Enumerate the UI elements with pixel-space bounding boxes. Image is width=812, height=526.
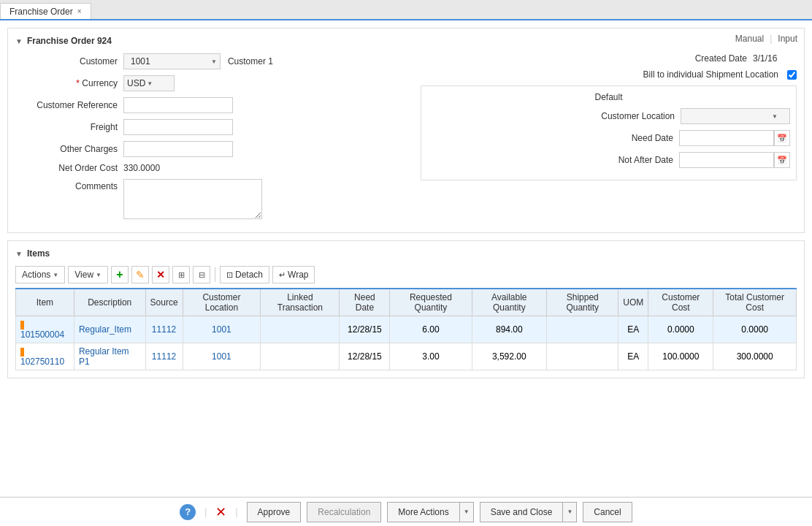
more-actions-button[interactable]: More Actions (387, 502, 459, 522)
need-date-calendar-icon[interactable]: 📅 (774, 130, 790, 146)
item-cell[interactable]: 102750110 (16, 343, 74, 370)
items-section-title: Items (27, 248, 50, 259)
need-date-row: Need Date 📅 (427, 130, 790, 146)
available-qty-cell[interactable]: 894.00 (472, 316, 547, 343)
input-link[interactable]: Input (778, 34, 797, 44)
source-cell[interactable]: 11112 (145, 316, 183, 343)
tab-label: Franchise Order (9, 7, 73, 17)
customer-location-cell[interactable]: 1001 (183, 343, 261, 370)
add-icon: + (116, 268, 123, 281)
comments-input[interactable] (123, 179, 262, 219)
uom-cell[interactable]: EA (618, 316, 648, 343)
currency-row: Currency USD ▼ (15, 75, 391, 91)
customer-location-dropdown-icon[interactable]: ▼ (772, 113, 778, 120)
more-actions-dropdown-button[interactable]: ▼ (460, 502, 474, 522)
table-row[interactable]: 101500004Regular_Item11112100112/28/156.… (16, 316, 797, 343)
more-actions-group: More Actions ▼ (387, 502, 473, 522)
order-section: ▼ Franchise Order 924 Customer ▼ Custome… (7, 28, 805, 233)
items-section: ▼ Items Actions ▼ View ▼ + ✎ ✕ ⊞ (7, 240, 805, 378)
comments-row: Comments (15, 179, 391, 219)
net-order-cost-row: Net Order Cost 330.0000 (15, 163, 391, 173)
source-cell[interactable]: 11112 (145, 343, 183, 370)
save-and-close-button[interactable]: Save and Close (480, 502, 564, 522)
need-date-cell[interactable]: 12/28/15 (340, 316, 390, 343)
franchise-order-tab[interactable]: Franchise Order × (0, 3, 91, 19)
currency-select[interactable]: USD ▼ (123, 75, 175, 91)
customer-dropdown-icon[interactable]: ▼ (211, 58, 217, 65)
bill-to-checkbox[interactable] (787, 70, 797, 80)
recalculation-button[interactable]: Recalculation (307, 502, 381, 522)
available-qty-cell[interactable]: 3,592.00 (472, 343, 547, 370)
duplicate-button[interactable]: ⊞ (172, 266, 190, 283)
description-cell[interactable]: Regular_Item (74, 316, 145, 343)
table-container: Item Description Source Customer Locatio… (15, 288, 797, 370)
need-date-input[interactable] (679, 130, 774, 146)
default-section-label: Default (427, 92, 790, 102)
linked-transaction-cell[interactable] (261, 343, 340, 370)
customer-location-input[interactable] (684, 108, 772, 124)
edit-button[interactable]: ✎ (131, 266, 149, 283)
detach-button[interactable]: ⊡ Detach (220, 266, 269, 283)
requested-qty-cell[interactable]: 6.00 (390, 316, 472, 343)
export-button[interactable]: ⊟ (193, 266, 210, 283)
cancel-button[interactable]: Cancel (583, 502, 632, 522)
freight-input[interactable] (123, 119, 233, 135)
linked-transaction-cell[interactable] (261, 316, 340, 343)
tab-close-icon[interactable]: × (77, 7, 82, 15)
requested-qty-cell[interactable]: 3.00 (390, 343, 472, 370)
total-customer-cost-cell[interactable]: 300.0000 (713, 343, 797, 370)
created-date-row: Created Date 3/1/16 (421, 53, 797, 64)
manual-link[interactable]: Manual (735, 34, 764, 44)
currency-dropdown-icon[interactable]: ▼ (147, 80, 153, 87)
default-section: Default Customer Location ▼ Need Date (421, 85, 797, 180)
description-cell[interactable]: Regular Item P1 (74, 343, 145, 370)
actions-label: Actions (22, 270, 50, 280)
add-button[interactable]: + (111, 266, 129, 283)
collapse-triangle-icon[interactable]: ▼ (15, 37, 23, 45)
table-header-row: Item Description Source Customer Locatio… (16, 289, 797, 316)
table-row[interactable]: 102750110Regular Item P111112100112/28/1… (16, 343, 797, 370)
customer-input[interactable] (127, 53, 211, 69)
form-left: Customer ▼ Customer 1 Currency USD ▼ (15, 53, 391, 225)
col-header-customer-location: Customer Location (183, 289, 261, 316)
net-order-cost-value: 330.0000 (123, 163, 160, 173)
other-charges-input[interactable] (123, 141, 233, 157)
customer-ref-input[interactable] (123, 97, 233, 113)
not-after-date-input[interactable] (679, 152, 774, 168)
help-button[interactable]: ? (180, 504, 196, 520)
currency-value: USD (127, 78, 145, 88)
customer-location-cell[interactable]: 1001 (183, 316, 261, 343)
item-cell[interactable]: 101500004 (16, 316, 74, 343)
view-label: View (74, 270, 93, 280)
uom-cell[interactable]: EA (618, 343, 648, 370)
view-dropdown-icon[interactable]: ▼ (96, 272, 102, 278)
row-indicator-icon (20, 321, 24, 329)
total-customer-cost-cell[interactable]: 0.0000 (713, 316, 797, 343)
customer-ref-row: Customer Reference (15, 97, 391, 113)
actions-dropdown-icon[interactable]: ▼ (53, 272, 58, 278)
shipped-qty-cell[interactable] (547, 316, 618, 343)
row-indicator-icon (20, 348, 24, 357)
customer-cost-cell[interactable]: 100.0000 (648, 343, 713, 370)
duplicate-icon: ⊞ (178, 270, 185, 280)
freight-row: Freight (15, 119, 391, 135)
net-order-cost-label: Net Order Cost (15, 163, 118, 173)
need-date-cell[interactable]: 12/28/15 (340, 343, 390, 370)
view-button[interactable]: View ▼ (68, 266, 108, 283)
items-collapse-triangle-icon[interactable]: ▼ (15, 250, 23, 258)
toolbar-separator (215, 267, 215, 282)
delete-button[interactable]: ✕ (152, 266, 169, 283)
shipped-qty-cell[interactable] (547, 343, 618, 370)
save-dropdown-button[interactable]: ▼ (563, 502, 577, 522)
actions-button[interactable]: Actions ▼ (15, 266, 65, 283)
customer-cost-cell[interactable]: 0.0000 (648, 316, 713, 343)
customer-select-wrapper[interactable]: ▼ (123, 53, 221, 69)
not-after-date-calendar-icon[interactable]: 📅 (774, 152, 790, 168)
customer-ref-label: Customer Reference (15, 100, 118, 110)
customer-location-select[interactable]: ▼ (681, 108, 790, 124)
approve-button[interactable]: Approve (247, 502, 302, 522)
clear-button[interactable]: ✕ (215, 506, 226, 519)
form-right: Created Date 3/1/16 Bill to individual S… (421, 53, 797, 225)
wrap-label: Wrap (288, 270, 308, 280)
wrap-button[interactable]: ↵ Wrap (272, 266, 315, 283)
